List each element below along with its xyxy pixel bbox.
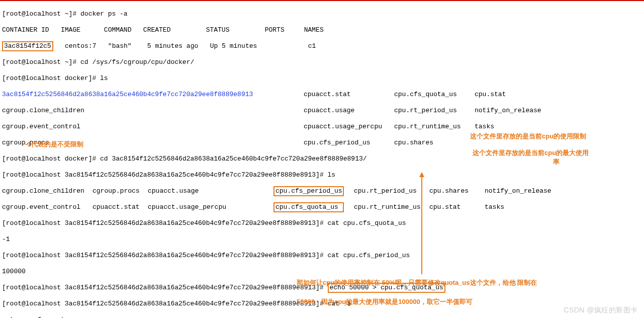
prompt: [root@localhost 3ac8154f12c5256846d2a863…	[2, 300, 328, 307]
ls-file: cpuacct.usage_percpu	[304, 123, 394, 131]
ls-file: notify_on_release	[475, 107, 541, 115]
arrow-head-icon	[419, 172, 424, 177]
note-quota: 这个文件里存放的是当前cpu的使用限制	[470, 132, 586, 140]
ls-file: tasks	[475, 123, 494, 131]
ls-file: cpuacct.usage	[148, 187, 238, 195]
output-line: -1	[2, 235, 642, 244]
command: cd /sys/fs/cgroup/cpu/docker/	[80, 58, 194, 66]
ls-file: cgroup.procs	[93, 187, 148, 195]
ls-file: cpu.stat	[429, 203, 485, 211]
note-explain-1: 那如何让cpu的使用率控制在 50%呢，只需要修改quota_us这个文件，给他…	[297, 279, 537, 287]
ls-file: notify_on_release	[485, 187, 551, 195]
prompt: [root@localhost 3ac8154f12c5256846d2a863…	[2, 252, 328, 259]
command: cat cpu.cfs_period_us	[328, 252, 410, 259]
dir-arg: 3ac8154f12c5256846d2a8638a16a25ce460b4c9…	[112, 155, 362, 163]
ps-row-rest: centos:7 "bash" 5 minutes ago Up 5 minut…	[53, 42, 316, 50]
ls-file: cpuacct.stat	[93, 203, 148, 211]
command: cd	[100, 155, 112, 163]
prompt: [root@localhost docker]#	[2, 74, 100, 82]
ls-file: cpuacct.usage	[304, 107, 394, 115]
prompt: [root@localhost 3ac8154f12c5256846d2a863…	[2, 219, 328, 227]
ps-header: CONTAINER ID IMAGE COMMAND CREATED STATU…	[2, 26, 642, 34]
ls-file: cpu.rt_period_us	[394, 107, 475, 115]
command: cat cpu.cfs_quota_us	[328, 219, 406, 227]
ls-file: cpu.rt_period_us	[354, 187, 429, 195]
note-period-2: 率	[553, 158, 560, 166]
ls-file: cpu.stat	[475, 91, 506, 99]
prompt: [root@localhost ~]#	[2, 10, 80, 18]
output-line: cat cpu.cfs_quota_us	[2, 316, 642, 318]
dir-hash: 3ac8154f12c5256846d2a8638a16a25ce460b4c9…	[2, 91, 304, 99]
ls-file: cgroup.clone_children	[2, 107, 304, 115]
cfs-quota-box: cpu.cfs_quota_us	[273, 202, 344, 212]
ls-file: cgroup.event_control	[2, 203, 93, 211]
ls-file: cpu.rt_runtime_us	[394, 123, 475, 131]
prompt: [root@localhost 3ac8154f12c5256846d2a863…	[2, 284, 328, 291]
command: docker ps -a	[80, 10, 128, 18]
ls-file: cpu.rt_runtime_us	[354, 203, 429, 211]
watermark: CSDN @疯狂的斯图卡	[564, 306, 638, 314]
command: ls	[328, 171, 336, 179]
prompt: [root@localhost 3ac8154f12c5256846d2a863…	[2, 171, 328, 179]
ls-file: cgroup.clone_children	[2, 187, 93, 195]
slash: /	[363, 155, 367, 163]
cfs-period-box: cpu.cfs_period_us	[273, 186, 344, 196]
ls-file: cpu.shares	[394, 139, 433, 147]
prompt: [root@localhost docker]#	[2, 155, 100, 163]
ls-file: cgroup.event_control	[2, 123, 304, 131]
ls-file: cpuacct.stat	[304, 91, 394, 99]
note-explain-2: 50000，因为cpu的最大使用率就是100000，取它一半值即可	[297, 298, 473, 306]
terminal-output: [root@localhost ~]# docker ps -a CONTAIN…	[0, 1, 644, 318]
command: ls	[100, 74, 108, 82]
prompt: [root@localhost ~]#	[2, 58, 80, 66]
note-period-1: 这个文件里存放的是当前cpu的最大使用	[473, 149, 589, 157]
output-line: 100000	[2, 268, 642, 276]
arrow-shaft	[421, 176, 422, 274]
ls-file: tasks	[485, 203, 504, 211]
container-id-box: 3ac8154f12c5	[2, 41, 53, 51]
ls-file: cpu.cfs_quota_us	[394, 91, 475, 99]
ls-file: cpuacct.usage_percpu	[148, 203, 238, 211]
ls-file: cpu.shares	[429, 187, 485, 195]
ls-file: cpu.cfs_period_us	[304, 139, 394, 147]
note-minus1: -1代表的是不受限制	[25, 140, 83, 148]
